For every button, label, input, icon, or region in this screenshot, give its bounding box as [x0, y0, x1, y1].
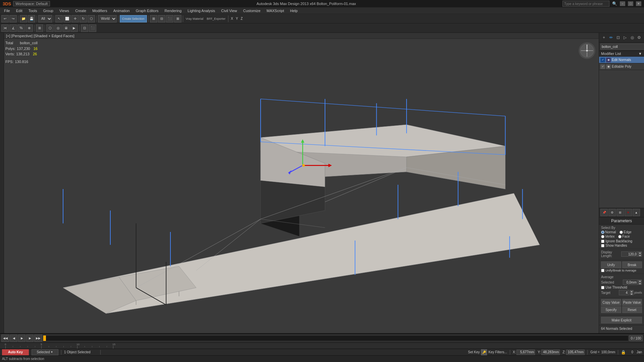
menu-edit[interactable]: Edit	[13, 8, 25, 13]
undo-button[interactable]: ↩	[1, 15, 9, 22]
menu-animation[interactable]: Animation	[111, 8, 132, 13]
redo-button[interactable]: ↪	[9, 15, 17, 22]
object-name-input[interactable]	[600, 44, 644, 50]
quick-align-button[interactable]: ⊠	[174, 15, 181, 22]
edge-radio-label[interactable]: Edge	[620, 230, 631, 234]
use-threshold-checkbox[interactable]	[601, 286, 604, 289]
normal-radio[interactable]	[601, 231, 604, 234]
spinner-snap[interactable]: ⊕	[25, 24, 33, 32]
rotate-tool[interactable]: ↻	[79, 15, 87, 22]
specify-button[interactable]: Specify	[601, 306, 621, 313]
scale-tool[interactable]: ⬡	[88, 15, 95, 22]
selected-avg-up[interactable]: ▲	[638, 280, 642, 282]
set-key-button[interactable]: 🔑	[481, 349, 487, 355]
close-button[interactable]: ✕	[636, 1, 641, 6]
edge-radio[interactable]	[620, 231, 623, 234]
selected-avg-input[interactable]	[623, 280, 638, 285]
menu-group[interactable]: Group	[40, 8, 56, 13]
reset-button[interactable]: Reset	[622, 306, 642, 313]
menu-views[interactable]: Views	[57, 8, 72, 13]
selected-avg-down[interactable]: ▼	[638, 282, 642, 285]
y-input[interactable]	[541, 350, 560, 355]
menu-customize[interactable]: Customize	[240, 8, 263, 13]
utilities-icon[interactable]: ⚙	[636, 34, 643, 41]
scene-canvas[interactable]: Total bolton_coll Polys: 137,230 16 Vert…	[4, 39, 599, 333]
face-radio[interactable]	[618, 235, 622, 238]
play-button[interactable]: ▶	[18, 335, 25, 342]
menu-tools[interactable]: Tools	[26, 8, 40, 13]
show-handles-label[interactable]: Show Handles	[601, 244, 642, 247]
maximize-button[interactable]: □	[628, 1, 633, 6]
modifier-options-icon[interactable]: ⊞	[616, 209, 624, 216]
snap-3d[interactable]: ⋊	[1, 24, 9, 32]
menu-lighting[interactable]: Lighting Analysis	[185, 8, 218, 13]
render-setup[interactable]: 🖥	[62, 24, 70, 32]
move-up-icon[interactable]: ▲	[633, 209, 640, 216]
lock-icon[interactable]: 🔒	[621, 350, 626, 355]
align-button[interactable]: ⊟	[158, 15, 165, 22]
display-length-up[interactable]: ▲	[638, 251, 642, 254]
angle-snap[interactable]: ∡	[9, 24, 17, 32]
viewport-container[interactable]: [+] [Perspective] [Shaded + Edged Faces]	[4, 33, 599, 333]
vertex-radio-label[interactable]: Vertex	[601, 235, 614, 238]
hierarchy-icon[interactable]: ⊡	[614, 34, 622, 41]
normal-radio-label[interactable]: Normal	[601, 230, 616, 234]
target-down[interactable]: ▼	[630, 293, 634, 295]
menu-help[interactable]: Help	[287, 8, 301, 13]
menu-graph-editors[interactable]: Graph Editors	[133, 8, 161, 13]
break-button[interactable]: Break	[622, 261, 642, 268]
search-icon[interactable]: 🔍	[612, 1, 617, 6]
use-threshold-label[interactable]: Use Threshold	[601, 286, 642, 289]
unify-break-avg-checkbox[interactable]	[601, 269, 604, 272]
target-up[interactable]: ▲	[630, 290, 634, 293]
ignore-backfacing-label[interactable]: Ignore Backfacing	[601, 239, 642, 243]
copy-value-button[interactable]: Copy Value	[601, 299, 621, 306]
prev-frame-button[interactable]: ◀◀	[1, 335, 9, 342]
pin-icon[interactable]: 📌	[600, 209, 608, 216]
modifier-list-arrow[interactable]: ▼	[638, 52, 642, 56]
delete-modifier-icon[interactable]: ✕	[625, 209, 632, 216]
material-editor[interactable]: ◎	[54, 24, 62, 32]
ignore-backfacing-checkbox[interactable]	[601, 240, 604, 243]
menu-rendering[interactable]: Rendering	[162, 8, 184, 13]
frame-counter[interactable]	[629, 335, 643, 341]
menu-maxscript[interactable]: MAXScript	[264, 8, 287, 13]
create-panel-icon[interactable]: +	[600, 34, 607, 41]
select-tool[interactable]: ↖	[55, 15, 63, 22]
percent-snap[interactable]: %	[17, 24, 25, 32]
viewport-shading-1[interactable]: ⊡	[81, 24, 88, 32]
minimize-button[interactable]: −	[620, 1, 625, 6]
display-icon[interactable]: ◎	[629, 34, 636, 41]
display-length-down[interactable]: ▼	[638, 254, 642, 257]
face-radio-label[interactable]: Face	[618, 235, 630, 238]
prev-key-button[interactable]: ◀	[10, 335, 17, 342]
motion-icon[interactable]: ▷	[622, 34, 629, 41]
menu-file[interactable]: File	[1, 8, 13, 13]
display-length-input[interactable]	[621, 251, 638, 257]
mirror-button[interactable]: ⊞	[150, 15, 157, 22]
unify-button[interactable]: Unify	[601, 261, 621, 268]
open-button[interactable]: 📁	[20, 15, 27, 22]
modifier-editable-poly[interactable]: ✓ ◉ Editable Poly	[599, 63, 644, 70]
select-region[interactable]: ⬜	[63, 15, 71, 22]
move-tool[interactable]: ✛	[71, 15, 79, 22]
menu-create[interactable]: Create	[72, 8, 89, 13]
timeline-bar[interactable]	[43, 335, 629, 341]
auto-key-button[interactable]: Auto Key	[2, 349, 29, 355]
viewport-shading-2[interactable]: ⬛	[89, 24, 96, 32]
compass[interactable]	[579, 42, 595, 59]
x-input[interactable]	[517, 350, 535, 355]
show-handles-checkbox[interactable]	[601, 244, 604, 247]
unify-break-avg-label[interactable]: Unify/Break to Average	[601, 269, 642, 272]
next-frame-button[interactable]: ▶▶	[34, 335, 42, 342]
named-sets[interactable]: ⊞	[36, 24, 43, 32]
save-button[interactable]: 💾	[28, 15, 35, 22]
menu-civil-view[interactable]: Civil View	[218, 8, 239, 13]
vertex-radio[interactable]	[601, 235, 604, 238]
z-input[interactable]	[566, 350, 585, 355]
modify-panel-icon[interactable]: ✏	[607, 34, 614, 41]
quick-render[interactable]: ▶	[70, 24, 78, 32]
modifier-edit-normals[interactable]: ✓ ◉ Edit Normals	[599, 57, 644, 63]
make-explicit-button[interactable]: Make Explicit	[601, 317, 642, 323]
reference-coord[interactable]: World	[98, 15, 117, 22]
